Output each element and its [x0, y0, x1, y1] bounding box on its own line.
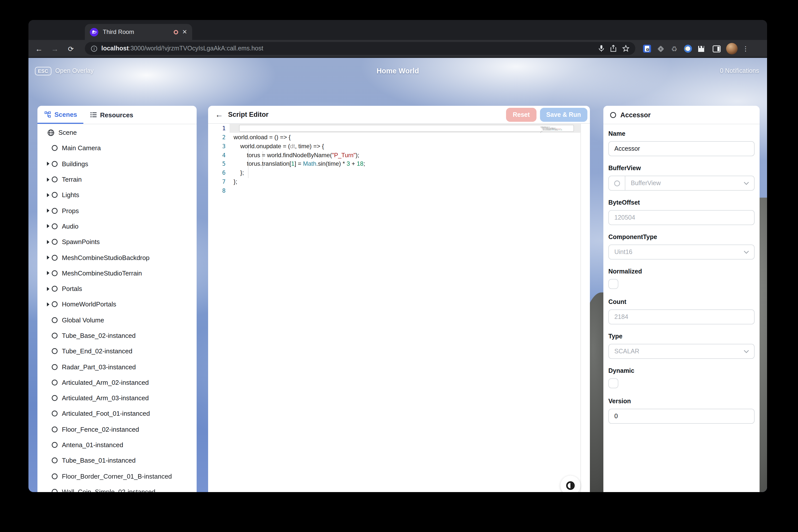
expand-caret-icon[interactable] [44, 224, 52, 228]
tab-title: Third Room [103, 28, 174, 35]
code-line[interactable]: 6 }; [208, 168, 590, 177]
bufferview-select[interactable]: BufferView [608, 176, 755, 191]
node-circle-icon [52, 160, 58, 167]
expand-caret-icon[interactable] [44, 287, 52, 291]
code-line[interactable]: 1 [208, 124, 590, 133]
expand-caret-icon[interactable] [44, 177, 52, 182]
expand-caret-icon[interactable] [44, 193, 52, 197]
field-value: 120504 [614, 214, 754, 221]
line-number: 6 [208, 169, 230, 176]
tree-node-row[interactable]: Articulated_Arm_03-instanced [37, 390, 197, 406]
extension-moon-icon[interactable] [681, 40, 694, 57]
reload-button[interactable]: ⟳ [65, 40, 77, 57]
tree-node-row[interactable]: Articulated_Arm_02-instanced [37, 375, 197, 391]
browser-menu-icon[interactable]: ⋮ [739, 40, 752, 57]
scene-tree: SceneMain CameraBuildingsTerrainLightsPr… [37, 125, 197, 492]
tree-node-row[interactable]: Lights [37, 187, 197, 203]
code-line[interactable]: 7}; [208, 177, 590, 186]
url-text[interactable]: localhost:3000/world/!vjrzmTVOcyIsLgaAkA… [101, 45, 592, 52]
extension-recycle-icon[interactable]: ♻ [668, 40, 681, 57]
tree-node-row[interactable]: Tube_Base_01-instanced [37, 453, 197, 468]
tree-node-row[interactable]: Floor_Fence_02-instanced [37, 421, 197, 437]
code-line[interactable]: 2world.onload = () => { [208, 133, 590, 142]
node-circle-icon [52, 457, 58, 464]
byteoffset-input[interactable]: 120504 [608, 210, 755, 225]
contrast-toggle-button[interactable] [560, 476, 581, 492]
expand-caret-icon[interactable] [44, 302, 52, 306]
tree-node-label: SpawnPoints [62, 238, 100, 246]
count-input[interactable]: 2184 [608, 309, 755, 324]
normalized-checkbox[interactable] [608, 279, 618, 289]
back-button[interactable]: ← [33, 40, 45, 57]
tree-node-row[interactable]: Global Volume [37, 312, 197, 328]
code-line[interactable]: 4 torus = world.findNodeByName("P_Turn")… [208, 151, 590, 160]
tree-node-row[interactable]: Articulated_Foot_01-instanced [37, 406, 197, 422]
node-circle-icon [52, 442, 58, 448]
editor-minimap[interactable]: world.onload = () => { world.onupdate = … [540, 125, 578, 160]
tree-node-row[interactable]: Terrain [37, 172, 197, 187]
tree-node-row[interactable]: Main Camera [37, 140, 197, 156]
tree-root-label: Scene [58, 129, 77, 136]
tree-node-row[interactable]: Audio [37, 218, 197, 234]
code-editor[interactable]: 12world.onload = () => {3 world.onupdate… [208, 124, 590, 492]
extension-dev-icon[interactable] [654, 40, 667, 57]
code-line[interactable]: 5 torus.translation[1] = Math.sin(time) … [208, 159, 590, 168]
code-line[interactable]: 3 world.onupdate = (dt, time) => { [208, 142, 590, 151]
tree-node-row[interactable]: SpawnPoints [37, 234, 197, 250]
back-arrow-icon[interactable]: ← [215, 110, 223, 119]
tree-root-scene[interactable]: Scene [37, 125, 197, 140]
tree-node-row[interactable]: Props [37, 203, 197, 218]
expand-caret-icon[interactable] [44, 255, 52, 260]
extension-password-manager-icon[interactable] [640, 40, 653, 57]
save-and-run-button[interactable]: Save & Run [540, 108, 587, 122]
expand-caret-icon[interactable] [44, 162, 52, 166]
tree-node-label: Audio [62, 223, 79, 230]
expand-caret-icon[interactable] [44, 240, 52, 244]
tab-resources[interactable]: Resources [83, 106, 139, 124]
tree-node-label: Global Volume [62, 316, 104, 324]
tree-node-label: Articulated_Arm_03-instanced [62, 394, 149, 402]
third-room-page: ESC Open Overlay Home World 0 Notificati… [28, 58, 767, 492]
tree-node-label: Floor_Fence_02-instanced [62, 426, 139, 433]
node-circle-icon [52, 285, 58, 292]
tab-scenes[interactable]: Scenes [37, 106, 83, 124]
address-bar[interactable]: localhost:3000/world/!vjrzmTVOcyIsLgaAkA… [85, 42, 635, 55]
node-circle-icon [52, 395, 58, 401]
tree-node-row[interactable]: MeshCombineStudioBackdrop [37, 250, 197, 266]
site-info-icon[interactable] [91, 45, 97, 52]
name-input[interactable]: Accessor [608, 141, 755, 156]
tree-node-row[interactable]: Portals [37, 281, 197, 297]
tab-close-icon[interactable]: ✕ [182, 28, 187, 35]
expand-caret-icon[interactable] [44, 271, 52, 275]
tree-node-row[interactable]: Buildings [37, 156, 197, 172]
contrast-icon [566, 480, 575, 491]
node-circle-icon [52, 176, 58, 183]
reset-button[interactable]: Reset [506, 108, 536, 122]
tree-node-row[interactable]: MeshCombineStudioTerrain [37, 265, 197, 281]
code-line-text: world.onupdate = (dt, time) => { [233, 143, 324, 150]
tree-node-row[interactable]: Antena_01-instanced [37, 437, 197, 453]
tree-node-row[interactable]: Tube_Base_02-instanced [37, 328, 197, 344]
mic-icon[interactable] [598, 45, 604, 52]
tree-node-row[interactable]: Radar_Part_03-instanced [37, 359, 197, 375]
version-input[interactable]: 0 [608, 409, 755, 424]
forward-button[interactable]: → [49, 40, 61, 57]
expand-caret-icon[interactable] [44, 209, 52, 213]
chevron-down-icon [744, 349, 749, 353]
tree-node-row[interactable]: Tube_End_02-instanced [37, 343, 197, 359]
tree-node-row[interactable]: Floor_Border_Corner_01_B-instanced [37, 468, 197, 484]
componenttype-select[interactable]: Uint16 [608, 245, 755, 260]
notifications-label[interactable]: 0 Notifications [720, 68, 759, 74]
tree-node-row[interactable]: Wall_Coin_Simple_02-instanced [37, 484, 197, 492]
extensions-puzzle-icon[interactable] [695, 40, 708, 57]
code-line-text: }; [233, 178, 237, 185]
share-icon[interactable] [610, 45, 616, 52]
code-line[interactable]: 8 [208, 186, 590, 195]
dynamic-checkbox[interactable] [608, 378, 618, 388]
tree-node-row[interactable]: HomeWorldPortals [37, 297, 197, 312]
type-select[interactable]: SCALAR [608, 344, 755, 359]
browser-tab[interactable]: Third Room ✕ [85, 24, 192, 40]
side-panel-icon[interactable] [710, 40, 723, 57]
profile-avatar[interactable] [725, 40, 738, 57]
bookmark-star-icon[interactable] [622, 45, 629, 52]
